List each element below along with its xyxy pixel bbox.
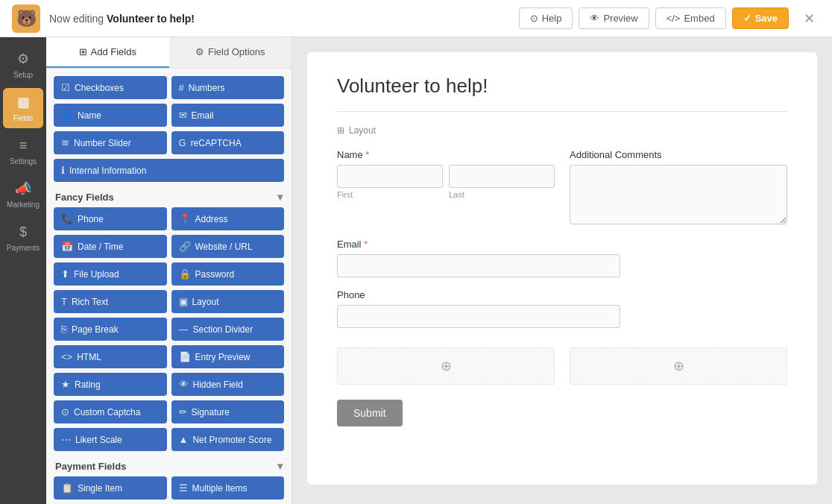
field-btn-address[interactable]: 📍 Address xyxy=(171,207,285,230)
additional-comments-col: Additional Comments xyxy=(570,149,787,227)
password-icon: 🔒 xyxy=(179,268,191,280)
field-btn-likert-scale[interactable]: ⋯ Likert Scale xyxy=(54,428,167,451)
number-slider-icon: ≋ xyxy=(61,137,69,148)
marketing-icon: 📣 xyxy=(15,180,31,197)
field-btn-number-slider[interactable]: ≋ Number Slider xyxy=(54,131,167,154)
recaptcha-icon: G xyxy=(179,137,186,148)
form-card: Volunteer to help! ⊞ Layout Name * First xyxy=(307,52,817,485)
email-row: Email * xyxy=(337,239,787,277)
field-btn-date-time[interactable]: 📅 Date / Time xyxy=(54,235,167,258)
preview-button[interactable]: 👁 Preview xyxy=(579,7,649,29)
standard-fields-grid: ☑ Checkboxes # Numbers 👤 Name ✉ Email ≋ xyxy=(54,76,284,182)
editing-title: Now editing Volunteer to help! xyxy=(49,13,510,25)
field-btn-rating[interactable]: ★ Rating xyxy=(54,373,167,396)
first-name-wrapper: First xyxy=(337,165,443,199)
first-name-input[interactable] xyxy=(337,165,443,188)
likert-scale-icon: ⋯ xyxy=(61,434,71,445)
address-icon: 📍 xyxy=(179,213,191,224)
field-btn-layout[interactable]: ▣ Layout xyxy=(171,290,285,313)
sidebar: ⊞ Add Fields ⚙ Field Options ☑ Checkboxe… xyxy=(46,37,292,504)
single-item-icon: 📋 xyxy=(61,482,73,494)
last-name-sublabel: Last xyxy=(449,190,555,199)
internal-info-icon: ℹ xyxy=(61,165,65,176)
name-icon: 👤 xyxy=(61,110,73,121)
field-btn-file-upload[interactable]: ⬆ File Upload xyxy=(54,262,167,286)
field-btn-password[interactable]: 🔒 Password xyxy=(171,262,285,286)
close-button[interactable]: ✕ xyxy=(798,7,820,30)
main-layout: ⚙ Setup ▦ Fields ≡ Settings 📣 Marketing … xyxy=(0,37,832,504)
nav-payments[interactable]: $ Payments xyxy=(3,218,43,258)
field-btn-signature[interactable]: ✏ Signature xyxy=(171,400,285,423)
numbers-icon: # xyxy=(179,82,184,93)
field-btn-rich-text[interactable]: T Rich Text xyxy=(54,290,167,313)
sidebar-content: ☑ Checkboxes # Numbers 👤 Name ✉ Email ≋ xyxy=(46,69,291,504)
nav-fields[interactable]: ▦ Fields xyxy=(3,88,43,128)
fancy-fields-grid: 📞 Phone 📍 Address 📅 Date / Time 🔗 Websit… xyxy=(54,207,284,451)
embed-button[interactable]: </> Embed xyxy=(655,7,726,29)
payment-fields-header[interactable]: Payment Fields ▾ xyxy=(54,454,284,476)
hidden-field-icon: 👁 xyxy=(179,379,189,390)
date-time-icon: 📅 xyxy=(61,241,73,252)
entry-preview-icon: 📄 xyxy=(179,351,191,362)
help-button[interactable]: ⊙ Help xyxy=(519,7,573,29)
payments-icon: $ xyxy=(19,224,27,240)
fancy-fields-header[interactable]: Fancy Fields ▾ xyxy=(54,185,284,207)
phone-row: Phone xyxy=(337,289,787,328)
submit-button[interactable]: Submit xyxy=(337,400,403,426)
tab-add-fields[interactable]: ⊞ Add Fields xyxy=(46,37,169,68)
last-name-wrapper: Last xyxy=(449,165,555,199)
nav-setup[interactable]: ⚙ Setup xyxy=(3,45,43,85)
phone-input[interactable] xyxy=(337,305,620,328)
nav-settings[interactable]: ≡ Settings xyxy=(3,131,43,171)
html-icon: <> xyxy=(61,351,72,362)
rating-icon: ★ xyxy=(61,379,70,390)
field-btn-entry-preview[interactable]: 📄 Entry Preview xyxy=(171,345,285,368)
payment-fields-grid: 📋 Single Item ☰ Multiple Items xyxy=(54,476,284,500)
field-btn-multiple-items[interactable]: ☰ Multiple Items xyxy=(171,476,285,500)
form-title: Volunteer to help! xyxy=(337,75,787,112)
top-bar: 🐻 Now editing Volunteer to help! ⊙ Help … xyxy=(0,0,832,37)
field-btn-custom-captcha[interactable]: ⊙ Custom Captcha xyxy=(54,400,167,423)
field-btn-numbers[interactable]: # Numbers xyxy=(171,76,285,99)
save-button[interactable]: ✓ Save xyxy=(732,7,789,29)
additional-comments-input[interactable] xyxy=(570,165,787,224)
field-btn-recaptcha[interactable]: G reCAPTCHA xyxy=(171,131,285,154)
email-input[interactable] xyxy=(337,254,620,277)
field-btn-page-break[interactable]: ⎘ Page Break xyxy=(54,318,167,341)
net-promoter-score-icon: ▲ xyxy=(179,434,189,445)
checkboxes-icon: ☑ xyxy=(61,82,70,93)
email-icon: ✉ xyxy=(179,110,187,121)
form-layout-label: ⊞ Layout xyxy=(337,125,787,136)
field-btn-website-url[interactable]: 🔗 Website / URL xyxy=(171,235,285,258)
tab-field-options[interactable]: ⚙ Field Options xyxy=(169,37,292,68)
nav-marketing[interactable]: 📣 Marketing xyxy=(3,174,43,215)
field-btn-single-item[interactable]: 📋 Single Item xyxy=(54,476,167,500)
field-btn-section-divider[interactable]: — Section Divider xyxy=(171,318,285,341)
custom-captcha-icon: ⊙ xyxy=(61,406,69,418)
field-btn-name[interactable]: 👤 Name xyxy=(54,104,167,127)
sidebar-tabs: ⊞ Add Fields ⚙ Field Options xyxy=(46,37,291,69)
field-btn-hidden-field[interactable]: 👁 Hidden Field xyxy=(171,373,285,396)
phone-icon: 📞 xyxy=(61,213,73,224)
field-btn-net-promoter-score[interactable]: ▲ Net Promoter Score xyxy=(171,428,285,451)
form-preview: Volunteer to help! ⊞ Layout Name * First xyxy=(292,37,832,504)
add-field-zone-left[interactable]: ⊕ xyxy=(337,347,555,385)
app-logo: 🐻 xyxy=(12,4,40,33)
top-bar-actions: ⊙ Help 👁 Preview </> Embed ✓ Save xyxy=(519,7,789,29)
field-btn-html[interactable]: <> HTML xyxy=(54,345,167,368)
additional-comments-label: Additional Comments xyxy=(570,149,787,160)
add-field-zone-right[interactable]: ⊕ xyxy=(570,347,787,385)
setup-icon: ⚙ xyxy=(17,51,29,67)
multiple-items-icon: ☰ xyxy=(179,482,188,494)
field-btn-email[interactable]: ✉ Email xyxy=(171,104,285,127)
page-break-icon: ⎘ xyxy=(61,324,67,335)
settings-icon: ≡ xyxy=(19,138,28,154)
field-btn-checkboxes[interactable]: ☑ Checkboxes xyxy=(54,76,167,99)
field-btn-internal-information[interactable]: ℹ Internal Information xyxy=(54,159,284,182)
last-name-input[interactable] xyxy=(449,165,555,188)
fancy-fields-chevron: ▾ xyxy=(277,191,283,203)
phone-label: Phone xyxy=(337,289,620,300)
phone-col: Phone xyxy=(337,289,620,328)
field-btn-phone[interactable]: 📞 Phone xyxy=(54,207,167,230)
website-url-icon: 🔗 xyxy=(179,241,191,252)
